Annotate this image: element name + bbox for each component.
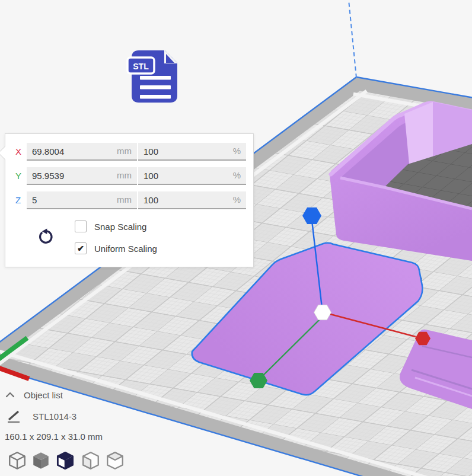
cura-viewport-window: { "window": { "background": "#F6F6F6" },… — [0, 0, 472, 476]
z-mm-input[interactable] — [27, 191, 137, 208]
model-dimensions: 160.1 x 209.1 x 31.0 mm — [5, 432, 103, 442]
uniform-scaling-label: Uniform Scaling — [94, 244, 157, 254]
pencil-icon — [7, 410, 22, 424]
z-mm-field-wrap: mm — [27, 191, 137, 209]
y-percent-input[interactable] — [138, 167, 246, 184]
view-icon-cube-open-top[interactable] — [105, 451, 125, 471]
y-mm-field-wrap: mm — [27, 167, 137, 185]
scale-row-z: Z mm % — [5, 191, 253, 209]
object-list-header[interactable]: Object list — [24, 390, 63, 400]
snap-scaling-label: Snap Scaling — [94, 222, 146, 232]
reset-scale-button[interactable] — [37, 228, 56, 247]
chevron-up-icon[interactable] — [5, 391, 16, 398]
x-mm-field-wrap: mm — [27, 143, 137, 161]
y-mm-input[interactable] — [27, 167, 137, 184]
x-mm-input[interactable] — [27, 143, 137, 159]
snap-scaling-checkbox[interactable] — [75, 221, 87, 232]
x-percent-field-wrap: % — [138, 143, 246, 161]
view-icon-cube-front-face-active[interactable] — [55, 451, 75, 471]
object-list-item[interactable]: STL1014-3 — [33, 411, 76, 421]
view-icon-cube-wireframe[interactable] — [7, 451, 27, 471]
axis-y-label: Y — [15, 167, 26, 185]
uniform-scaling-checkbox[interactable]: ✔ — [75, 242, 87, 254]
scale-row-y: Y mm % — [5, 167, 253, 185]
z-percent-input[interactable] — [138, 191, 246, 208]
z-percent-field-wrap: % — [138, 191, 246, 209]
stl-icon-label: STL — [133, 62, 149, 71]
view-icon-cube-hollow[interactable] — [81, 451, 101, 471]
axis-z-label: Z — [15, 191, 26, 209]
y-percent-field-wrap: % — [138, 167, 246, 185]
view-icon-cube-solid[interactable] — [31, 451, 51, 471]
x-percent-input[interactable] — [138, 143, 246, 159]
scale-tool-panel: X mm % Y mm % Z mm % — [5, 133, 254, 267]
axis-x-label: X — [15, 143, 26, 161]
reset-icon — [38, 228, 55, 245]
stl-file-icon: STL — [125, 47, 184, 107]
scale-row-x: X mm % — [5, 143, 253, 161]
